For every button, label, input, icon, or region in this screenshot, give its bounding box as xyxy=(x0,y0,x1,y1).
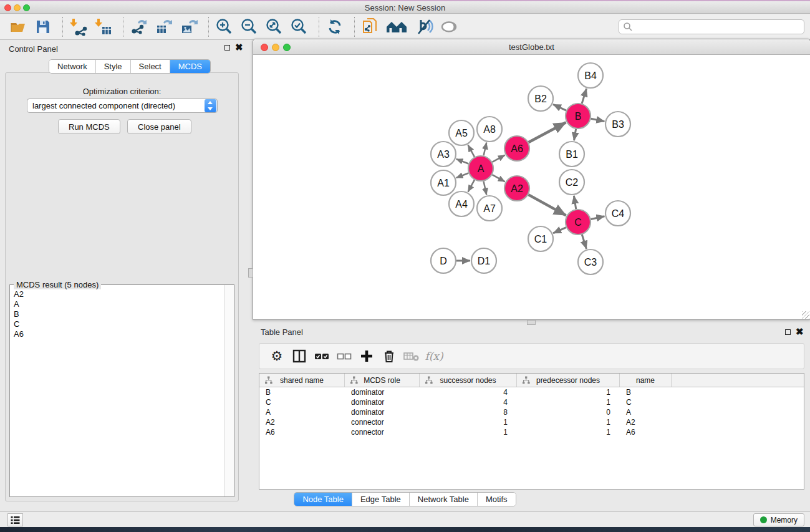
graph-edge[interactable] xyxy=(468,180,475,191)
result-scrollbar[interactable] xyxy=(224,285,234,496)
tab-select[interactable]: Select xyxy=(131,60,170,73)
graph-node-label: B4 xyxy=(584,70,597,81)
node-table: shared name MCDS role successor nodes pr… xyxy=(259,373,804,490)
eye-icon[interactable] xyxy=(438,16,460,37)
close-panel-button[interactable]: Close panel xyxy=(127,119,191,134)
graph-edge[interactable] xyxy=(456,173,469,178)
delete-columns-icon[interactable] xyxy=(378,347,400,365)
main-titlebar: Session: New Session xyxy=(0,0,810,14)
table-row[interactable]: Bdominator41B xyxy=(259,387,804,397)
list-item[interactable]: C xyxy=(11,319,224,329)
table-row[interactable]: Adominator80A xyxy=(259,407,804,417)
table-cell: 1 xyxy=(517,387,620,397)
graph-edge[interactable] xyxy=(591,216,605,220)
tab-node-table[interactable]: Node Table xyxy=(294,493,352,506)
save-session-icon[interactable] xyxy=(32,16,54,37)
open-session-icon[interactable] xyxy=(7,16,29,37)
column-header-mcds-role[interactable]: MCDS role xyxy=(345,374,420,387)
control-panel-buttons: ✖ xyxy=(224,44,243,51)
export-network-icon[interactable] xyxy=(128,16,150,37)
import-table-icon[interactable] xyxy=(93,16,114,37)
refresh-icon[interactable] xyxy=(324,16,345,37)
table-cell: 8 xyxy=(420,407,517,417)
graph-edge[interactable] xyxy=(484,142,487,155)
list-item[interactable]: B xyxy=(11,309,224,319)
memory-label: Memory xyxy=(771,516,798,525)
table-cell: 1 xyxy=(420,427,517,437)
close-panel-icon[interactable]: ✖ xyxy=(796,329,804,335)
graph-node-label: A2 xyxy=(511,183,523,194)
graph-edge[interactable] xyxy=(492,155,504,162)
search-box[interactable] xyxy=(619,19,804,34)
table-row[interactable]: A2connector11A2 xyxy=(259,417,804,427)
toggle-graphics-details-icon[interactable] xyxy=(413,16,435,37)
table-cell: A2 xyxy=(259,417,345,427)
graph-edge[interactable] xyxy=(553,104,566,110)
graph-edge[interactable] xyxy=(456,159,469,164)
zoom-selected-icon[interactable] xyxy=(289,16,310,37)
column-header-name[interactable]: name xyxy=(620,374,672,387)
graph-edge[interactable] xyxy=(529,122,566,142)
tab-style[interactable]: Style xyxy=(96,60,131,73)
graph-edge[interactable] xyxy=(528,195,566,215)
table-cell: connector xyxy=(345,417,420,427)
network-view[interactable]: B4B2BB3A8A5A6A3B1AA1C2A2A4A7C4CC1C3DD1 xyxy=(253,56,810,319)
graph-edge[interactable] xyxy=(468,145,475,157)
import-network-icon[interactable] xyxy=(68,16,89,37)
graph-edge[interactable] xyxy=(492,175,504,181)
resize-grip-icon[interactable] xyxy=(802,311,809,319)
graph-edge[interactable] xyxy=(582,89,586,104)
graph-edge[interactable] xyxy=(582,235,586,249)
tab-edge-table[interactable]: Edge Table xyxy=(352,493,410,506)
tab-network[interactable]: Network xyxy=(49,60,96,73)
zoom-out-icon[interactable] xyxy=(239,16,260,37)
mcds-result-list[interactable]: A2ABCA6 xyxy=(11,287,224,496)
add-column-icon[interactable] xyxy=(355,347,378,365)
list-item[interactable]: A xyxy=(11,299,224,309)
table-toolbar: ⚙ f(x) xyxy=(259,343,804,369)
list-item[interactable]: A6 xyxy=(11,329,224,339)
deselect-all-checkboxes-icon[interactable] xyxy=(333,347,355,365)
export-table-icon[interactable] xyxy=(153,16,175,37)
graph-node-label: B2 xyxy=(534,94,547,104)
control-panel-tabs: Network Style Select MCDS xyxy=(49,59,211,74)
search-input[interactable] xyxy=(633,22,804,31)
close-panel-icon[interactable]: ✖ xyxy=(235,44,243,51)
graph-edge[interactable] xyxy=(574,196,576,210)
attribute-tree-icon xyxy=(264,376,272,384)
column-header-predecessor-nodes[interactable]: predecessor nodes xyxy=(517,374,620,387)
task-history-button[interactable] xyxy=(7,513,23,526)
column-header-successor-nodes[interactable]: successor nodes xyxy=(420,374,517,387)
list-item[interactable]: A2 xyxy=(11,289,224,299)
zoom-in-icon[interactable] xyxy=(214,16,235,37)
graph-edge[interactable] xyxy=(591,118,605,121)
graph-edge[interactable] xyxy=(574,129,576,141)
table-settings-icon[interactable]: ⚙ xyxy=(266,347,288,365)
clone-network-icon[interactable] xyxy=(360,16,381,37)
graph-edge[interactable] xyxy=(553,228,566,233)
home-icon[interactable] xyxy=(385,16,410,37)
float-panel-icon[interactable] xyxy=(785,329,791,335)
tab-mcds[interactable]: MCDS xyxy=(170,60,210,73)
horizontal-splitter-handle[interactable] xyxy=(527,320,536,325)
attribute-tree-icon xyxy=(425,376,433,384)
tab-motifs[interactable]: Motifs xyxy=(478,493,516,506)
graph-node-label: D xyxy=(440,256,447,266)
graph-edge[interactable] xyxy=(483,181,486,195)
select-all-checkboxes-icon[interactable] xyxy=(311,347,333,365)
table-tabs: Node Table Edge Table Network Table Moti… xyxy=(0,492,810,506)
show-columns-icon[interactable] xyxy=(288,347,311,365)
network-window-titlebar[interactable]: testGlobe.txt xyxy=(253,39,810,55)
table-row[interactable]: Cdominator41C xyxy=(259,397,804,407)
criterion-dropdown[interactable]: largest connected component (directed) xyxy=(27,99,218,113)
tab-network-table[interactable]: Network Table xyxy=(410,493,478,506)
memory-button[interactable]: Memory xyxy=(753,513,804,526)
column-header-shared-name[interactable]: shared name xyxy=(259,374,345,387)
table-row[interactable]: A6connector11A6 xyxy=(259,427,804,437)
vertical-splitter-handle[interactable] xyxy=(248,268,253,278)
zoom-fit-icon[interactable] xyxy=(264,16,285,37)
float-panel-icon[interactable] xyxy=(224,45,230,51)
export-image-icon[interactable] xyxy=(178,16,200,37)
run-mcds-button[interactable]: Run MCDS xyxy=(58,119,120,134)
table-cell: B xyxy=(620,387,672,397)
